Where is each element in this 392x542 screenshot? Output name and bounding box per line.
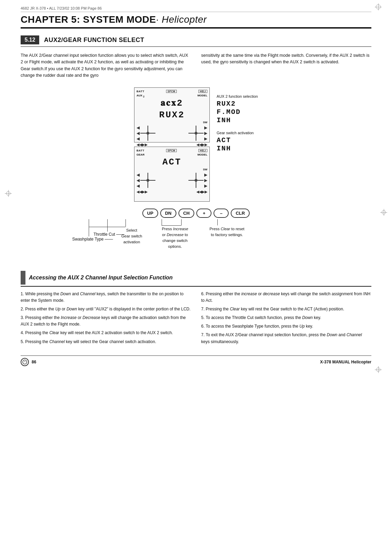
tx2-sw: SW (137, 168, 207, 171)
footer-icon (21, 358, 29, 366)
ch-button[interactable]: CH (178, 209, 195, 218)
transmitter-diagram-1: BATT SPCM HELI AUX 2 MODEL 𝐚𝐜𝐱2 RUX2 SW … (134, 87, 210, 142)
press-clear-label: Press Clear to resetto factory settings. (205, 226, 249, 238)
aux2-lcd-fmod: F.MOD (217, 108, 258, 116)
intro-text: The AUX 2/Gear channel input selection f… (21, 52, 371, 79)
ch-line (126, 219, 126, 227)
plus-line (162, 219, 162, 225)
tx2-top-bar: BATT SPCM HELI (137, 149, 207, 152)
accessing-step-3: 3. Pressing either the Increase or Decre… (21, 315, 191, 328)
chapter-prefix: CHAPTER 5: SYSTEM MODE (21, 14, 156, 25)
tx1-sticks: ◀◀◀ ▶▶▶ (137, 125, 207, 141)
clr-line (217, 219, 218, 225)
tx1-aux-label: AUX 2 (137, 94, 144, 98)
chapter-header: CHAPTER 5: SYSTEM MODE· Helicopter (21, 14, 371, 29)
accessing-step-8: 5. To access the Throttle Cut switch fun… (201, 315, 371, 321)
diagrams-wrapper: BATT SPCM HELI AUX 2 MODEL 𝐚𝐜𝐱2 RUX2 SW … (21, 87, 371, 202)
aux2-lcd-rux2: RUX2 (217, 100, 258, 108)
tx2-right-stick (188, 173, 204, 188)
tx2-heli: HELI (198, 149, 207, 152)
accessing-step-1: 1. While pressing the Down and Channel k… (21, 291, 191, 304)
gear-label-block: Gear switch activation ACT INH (217, 131, 258, 153)
intro-col1: The AUX 2/Gear channel input selection f… (21, 52, 191, 79)
up-button[interactable]: UP (142, 209, 158, 218)
accessing-step-10: 7. To exit the AUX 2/Gear channel input … (201, 332, 371, 345)
up-line (89, 219, 89, 236)
manual-title: X-378 MANUAL Helicopter (320, 360, 371, 364)
plus-button[interactable]: + (196, 209, 211, 218)
button-row: UP DN CH + – CLR (72, 209, 320, 218)
aux2-lcd-inh: INH (217, 116, 258, 125)
page-footer: 86 X-378 MANUAL Helicopter (21, 355, 371, 366)
plus-minus-bar (162, 225, 181, 226)
gear-lcd-inh: INH (217, 145, 258, 153)
accessing-header: Accessing the AUX 2 Channel Input Select… (21, 271, 371, 287)
svg-point-0 (23, 360, 27, 364)
dn-line (107, 219, 108, 232)
top-bar: 4682 JR X-378 • ALL 7/23/02 10:08 PM Pag… (21, 6, 371, 12)
tx1-right-stick (188, 126, 204, 141)
tx2-batt: BATT (137, 149, 144, 152)
top-bar-text: 4682 JR X-378 • ALL 7/23/02 10:08 PM Pag… (21, 6, 102, 10)
transmitter-diagrams: BATT SPCM HELI AUX 2 MODEL 𝐚𝐜𝐱2 RUX2 SW … (134, 87, 210, 202)
intro-col2: sensitivity at the same time via the Fli… (201, 52, 371, 79)
transmitter-diagram-2: BATT SPCM HELI GEAR MODEL ACT SW ◀◀◀ (134, 147, 210, 202)
accessing-step-6: 6. Pressing either the increase or decre… (201, 291, 371, 304)
accessing-step-5: 5. Pressing the Channel key will select … (21, 339, 191, 345)
up-ch-bar (89, 227, 126, 227)
accessing-section: Accessing the AUX 2 Channel Input Select… (21, 271, 371, 347)
select-gear-label: SelectGear switchactivation (116, 227, 147, 245)
minus-button[interactable]: – (214, 209, 229, 218)
tx2-left-stick (140, 173, 155, 188)
press-increase-label: Press Increaseor Decrease tochange switc… (153, 226, 197, 250)
tx2-lcd: ACT (162, 157, 182, 167)
aux2-function-title: AUX 2 function selection (217, 94, 258, 98)
tx1-spcm: SPCM (166, 90, 176, 93)
accessing-step-2: 2. Press either the Up or Down key until… (21, 306, 191, 312)
section-title: AUX2/GEAR FUNCTION SELECT (44, 36, 144, 44)
dn-button[interactable]: DN (160, 209, 176, 218)
accessing-title: Accessing the AUX 2 Channel Input Select… (29, 275, 173, 281)
accessing-two-col: 1. While pressing the Down and Channel k… (21, 291, 371, 347)
tx2-model-label: MODEL (197, 153, 207, 156)
callout-area: Swashplate Type —— Throttle Cut —— Selec… (72, 219, 320, 264)
tx2-gear-label: GEAR (137, 153, 144, 156)
section-header: 5.12 AUX2/GEAR FUNCTION SELECT (21, 35, 371, 47)
tx2-sticks: ◀◀◀ ▶▶▶ (137, 172, 207, 188)
page-number: 86 (32, 360, 36, 364)
section-number: 5.12 (21, 35, 39, 44)
minus-line (181, 219, 182, 225)
tx1-sw: SW (137, 121, 207, 124)
gear-lcd-act: ACT (217, 136, 258, 145)
tx1-heli: HELI (198, 90, 207, 93)
clr-button[interactable]: CLR (231, 209, 250, 218)
aux2-label-block: AUX 2 function selection RUX2 F.MOD INH (217, 94, 258, 125)
accessing-box-icon (21, 271, 25, 285)
accessing-step-7: 7. Pressing the Clear key will rest the … (201, 306, 371, 312)
tx1-display: 𝐚𝐜𝐱2 (161, 98, 183, 108)
button-section: UP DN CH + – CLR (72, 209, 320, 264)
accessing-col1: 1. While pressing the Down and Channel k… (21, 291, 191, 347)
tx1-model-label: MODEL (197, 94, 207, 98)
chapter-subtitle: · Helicopter (156, 14, 207, 25)
right-labels: AUX 2 function selection RUX2 F.MOD INH … (217, 87, 258, 159)
page-wrapper: 4682 JR X-378 • ALL 7/23/02 10:08 PM Pag… (0, 0, 392, 380)
tx1-batt: BATT (137, 90, 144, 93)
tx2-spcm: SPCM (166, 149, 176, 152)
tx1-lcd: RUX2 (159, 110, 185, 120)
accessing-col2: 6. Pressing either the increase or decre… (201, 291, 371, 347)
chapter-title: CHAPTER 5: SYSTEM MODE· Helicopter (21, 14, 371, 25)
tx1-top-bar: BATT SPCM HELI (137, 90, 207, 93)
accessing-step-4: 4. Pressing the Clear key will reset the… (21, 330, 191, 336)
tx1-left-stick (140, 126, 155, 141)
accessing-step-9: 6. To access the Swashplate Type functio… (201, 323, 371, 330)
gear-switch-title: Gear switch activation (217, 131, 258, 135)
